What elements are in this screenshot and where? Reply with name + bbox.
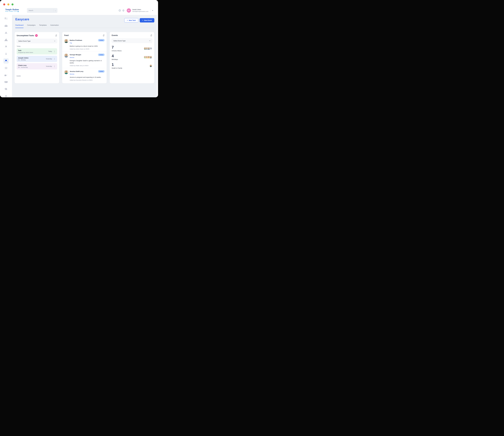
tasks-count-badge: 12	[35, 34, 38, 37]
kebab-menu-icon[interactable]: ⋮	[53, 65, 56, 67]
sidebar-item-members[interactable]	[3, 23, 9, 28]
feed-category-link[interactable]: Simcha	[70, 57, 105, 58]
refresh-icon[interactable]	[150, 35, 152, 36]
tab-dashboard[interactable]: Dashboard	[15, 24, 23, 28]
chevron-down-icon	[149, 40, 151, 42]
hands-heart-icon	[4, 59, 8, 63]
brand-subtitle: NEW YORK CITY	[5, 11, 17, 12]
stat-label: Death in Family	[112, 67, 149, 69]
documents-icon	[4, 88, 8, 91]
status-badge: Added	[98, 39, 105, 42]
plus-icon: +	[142, 19, 143, 21]
refresh-icon[interactable]	[103, 35, 105, 36]
sidebar-item-donations[interactable]: $	[3, 51, 9, 57]
tasks-group-earlier: Earlier	[17, 75, 57, 77]
grid-icon	[5, 17, 8, 20]
event-stat-chronic-illness[interactable]: 7 Chronic Illness +4	[110, 45, 154, 52]
stat-label: Chronic Illness	[112, 50, 144, 52]
chevron-down-icon	[54, 40, 56, 42]
task-due: Yesterday	[46, 58, 52, 60]
feed-text: Barbra is going on a trip to Israel on 1…	[70, 45, 105, 47]
new-event-button[interactable]: + New Event	[140, 18, 154, 22]
feed-category-link[interactable]: Simcha	[70, 73, 105, 75]
svg-text:$: $	[6, 54, 6, 55]
refresh-icon[interactable]	[55, 35, 57, 36]
status-badge: Added	[98, 70, 105, 73]
events-card: Events Select Event Type 7 Chronic Illne…	[110, 32, 154, 83]
svg-text:?: ?	[119, 10, 120, 11]
feed-text: George's Daughter Sarah is getting marri…	[70, 60, 105, 64]
task-row[interactable]: Joseph Cohen On - Birthday Yesterday ⋮	[17, 56, 57, 62]
sidebar-item-messages[interactable]	[3, 79, 9, 85]
stat-value: 4	[112, 54, 144, 58]
avatar	[149, 64, 152, 67]
user-avatar[interactable]: DC	[127, 8, 131, 13]
feed-meta: Added by Executive Director on 09/24	[70, 79, 105, 81]
bell-icon[interactable]	[122, 9, 124, 12]
feed-person-name: Barbra Friedman	[70, 39, 97, 41]
feed-meta: Added by Rabbi Jerry on 09/24	[70, 65, 105, 66]
feed-card: Feed Barbra Friedman Added Trip Barbra i…	[62, 32, 107, 83]
sidebar-item-podium[interactable]	[3, 30, 9, 36]
avatar	[64, 39, 68, 43]
task-due: Today	[48, 51, 52, 52]
task-row[interactable]: Task Assigned by Admin Karen Today ⋮	[17, 48, 57, 54]
feed-item[interactable]: Jessica Gold-Levy Added Simcha Jessica i…	[62, 68, 107, 83]
tasks-event-type-select[interactable]: Select Event Type	[17, 39, 57, 43]
task-title: Joseph Cohen	[18, 57, 46, 59]
tab-bar: Dashboard Campaigns Templates Automation	[15, 24, 154, 28]
task-subtitle: On - Birthday	[18, 59, 46, 61]
minimize-window-button[interactable]	[7, 3, 9, 5]
stat-value: 7	[112, 45, 144, 49]
sidebar-item-documents[interactable]	[3, 86, 9, 92]
tasks-card-title: Uncompleted Tasks	[17, 35, 34, 37]
tasks-group-today: Today	[17, 45, 57, 47]
events-event-type-select[interactable]: Select Event Type	[112, 38, 152, 43]
tab-automation[interactable]: Automation	[50, 24, 59, 28]
people-icon	[4, 24, 8, 27]
task-title: Chaim Levy	[18, 64, 46, 66]
user-email: david@templeshalom.com	[132, 10, 148, 12]
avatar	[64, 54, 68, 57]
search-input[interactable]	[28, 9, 52, 11]
sidebar-item-calendar[interactable]	[3, 65, 9, 71]
search-submit-icon[interactable]: →	[55, 10, 56, 11]
kebab-menu-icon[interactable]: ⋮	[53, 50, 56, 53]
close-window-button[interactable]	[3, 3, 5, 5]
brand-logo[interactable]: Temple Shalom NEW YORK CITY	[5, 9, 19, 12]
header-actions: ? DC David Cohen david@templeshalom.com …	[119, 8, 153, 13]
user-name: David Cohen	[132, 9, 148, 10]
main-content: Easycare + New Task + New Event Dashboar…	[12, 15, 158, 97]
tab-templates[interactable]: Templates	[39, 24, 47, 28]
sidebar-item-easycare[interactable]	[3, 58, 9, 64]
scrollbar-track[interactable]	[157, 15, 158, 97]
sidebar-item-dashboard[interactable]	[3, 16, 9, 21]
sidebar-item-compose[interactable]	[3, 72, 9, 78]
sidebar-item-synagogue[interactable]	[3, 37, 9, 43]
search-divider	[53, 9, 54, 12]
avatar-group	[149, 64, 152, 67]
money-bag-icon: $	[4, 52, 8, 55]
avatar-group	[144, 56, 152, 59]
zoom-window-button[interactable]	[11, 3, 13, 5]
event-stat-death-in-family[interactable]: 1 Death in Family	[110, 63, 154, 69]
sidebar-item-care[interactable]	[3, 44, 9, 50]
new-task-button[interactable]: + New Task	[124, 18, 138, 22]
feed-item[interactable]: George Morgan Added Simcha George's Daug…	[62, 52, 107, 68]
feed-card-title: Feed	[64, 34, 69, 36]
feed-meta: Added by Admin Karen on 09/25	[70, 48, 105, 50]
feed-category-link[interactable]: Trip	[70, 42, 105, 44]
task-row[interactable]: Chaim Levy On - Anniversary Yesterday ⋮	[17, 63, 57, 69]
avatar-group: +4	[144, 47, 152, 50]
stat-label: Birthdays	[112, 59, 144, 60]
task-subtitle: Assigned by Admin Karen	[18, 52, 48, 53]
sidebar-item-settings[interactable]: ⚙	[3, 93, 9, 97]
event-stat-birthdays[interactable]: 4 Birthdays	[110, 54, 154, 60]
kebab-menu-icon[interactable]: ⋮	[53, 58, 56, 60]
stat-value: 1	[112, 63, 149, 67]
window-controls	[3, 3, 13, 5]
user-menu-caret-icon[interactable]: ▼	[152, 10, 153, 11]
help-icon[interactable]: ?	[119, 9, 121, 12]
feed-item[interactable]: Barbra Friedman Added Trip Barbra is goi…	[62, 37, 107, 52]
tab-campaigns[interactable]: Campaigns	[27, 24, 36, 28]
